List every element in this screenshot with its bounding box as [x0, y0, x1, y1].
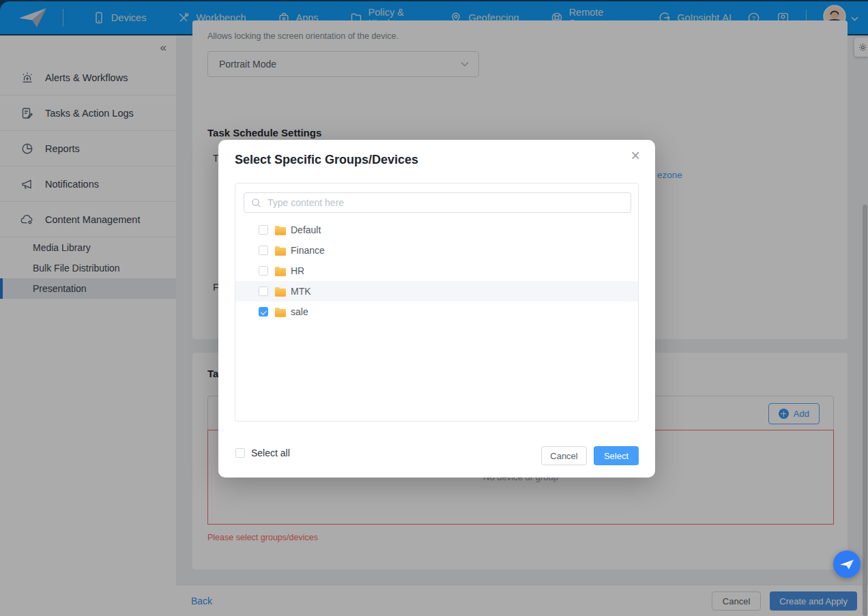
tree-row-label: Default [291, 224, 321, 235]
checkbox[interactable] [259, 246, 268, 255]
modal-title: Select Specific Groups/Devices [235, 153, 418, 167]
tree-row-label: MTK [291, 286, 311, 297]
tree-row-sale[interactable]: sale [235, 302, 638, 322]
checkbox[interactable] [235, 448, 245, 458]
tree-row-default[interactable]: Default [235, 220, 638, 240]
modal-select-button[interactable]: Select [594, 446, 639, 465]
folder-icon [274, 266, 287, 276]
tree-row-label: sale [291, 306, 308, 317]
tree-row-hr[interactable]: HR [235, 261, 638, 281]
tree-row-finance[interactable]: Finance [235, 240, 638, 261]
tree-row-label: HR [291, 265, 304, 276]
select-all-checkbox[interactable]: Select all [235, 448, 290, 458]
folder-icon [274, 246, 287, 256]
folder-icon [274, 307, 287, 317]
folder-icon [274, 225, 287, 235]
tree-row-mtk[interactable]: MTK [235, 281, 638, 302]
checkbox[interactable] [259, 225, 268, 235]
airdroid-plane-icon [839, 559, 854, 570]
select-groups-devices-modal: Select Specific Groups/Devices × Default… [218, 140, 655, 478]
search-input[interactable] [266, 196, 631, 209]
modal-cancel-button[interactable]: Cancel [541, 446, 587, 465]
select-all-label: Select all [251, 448, 290, 458]
checkbox-checked[interactable] [259, 307, 268, 317]
checkbox[interactable] [259, 287, 268, 296]
group-tree-panel: Default Finance HR MTK sale [235, 183, 639, 422]
tree-row-label: Finance [291, 245, 325, 256]
search-icon [251, 198, 261, 208]
modal-footer: Select all Cancel Select [218, 431, 655, 478]
folder-icon [274, 287, 287, 297]
close-icon[interactable]: × [631, 148, 640, 164]
group-tree: Default Finance HR MTK sale [235, 220, 638, 322]
checkbox[interactable] [259, 266, 268, 276]
search-box [244, 192, 631, 213]
assistant-float-button[interactable] [833, 551, 860, 578]
